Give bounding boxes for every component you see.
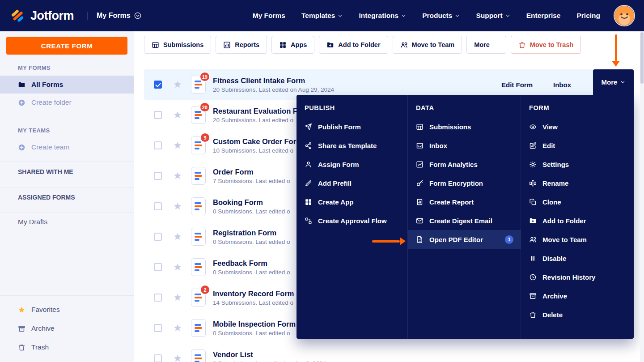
menu-item-assign-form[interactable]: Assign Form (297, 155, 407, 174)
favorite-star-icon[interactable] (173, 80, 182, 89)
menu-item-create-approval-flow[interactable]: Create Approval Flow (297, 211, 407, 230)
row-checkbox[interactable] (154, 172, 162, 180)
toolbar-move-to-trash-button[interactable]: Move to Trash (511, 36, 581, 54)
menu-item-create-report[interactable]: Create Report (408, 192, 521, 211)
user-avatar[interactable] (614, 6, 634, 26)
menu-item-archive[interactable]: Archive (521, 286, 634, 305)
form-title[interactable]: Vendor List (213, 350, 326, 359)
menu-item-share-as-template[interactable]: Share as Template (297, 136, 407, 155)
menu-item-label: Add to Folder (542, 217, 586, 225)
row-more-button[interactable]: More (593, 69, 634, 95)
form-title[interactable]: Mobile Inspection Form (213, 320, 296, 328)
menu-item-settings[interactable]: Settings (521, 155, 634, 174)
menu-item-form-analytics[interactable]: Form Analytics (408, 155, 521, 174)
sidebar-item-all-forms[interactable]: All Forms (0, 76, 134, 94)
sidebar-item-my-drafts[interactable]: My Drafts (0, 213, 134, 231)
sidebar-item-shared-with-me[interactable]: SHARED WITH ME (0, 162, 134, 182)
row-checkbox[interactable] (154, 263, 162, 271)
menu-item-form-encryption[interactable]: Form Encryption (408, 174, 521, 192)
workspace-switcher[interactable]: My Forms (87, 12, 141, 20)
menu-item-revision-history[interactable]: Revision History (521, 268, 634, 286)
sidebar-item-create-folder[interactable]: Create folder (0, 94, 134, 111)
nav-item-my-forms[interactable]: My Forms (253, 12, 285, 20)
nav-item-label: Integrations (359, 12, 398, 20)
menu-item-create-digest-email[interactable]: Create Digest Email (408, 211, 521, 230)
menu-item-disable[interactable]: Disable (521, 249, 634, 268)
favorite-star-icon[interactable] (173, 111, 182, 119)
menu-item-move-to-team[interactable]: Move to Team (521, 230, 634, 249)
edit-form-button[interactable]: Edit Form (501, 81, 533, 89)
menu-items: Submissions Inbox Form Analytics Form En… (408, 117, 521, 249)
row-checkbox[interactable] (154, 233, 162, 241)
menu-item-delete[interactable]: Delete (521, 305, 634, 324)
menu-item-publish-form[interactable]: Publish Form (297, 117, 407, 136)
menu-item-label: Form Analytics (429, 161, 478, 168)
menu-item-edit[interactable]: Edit (521, 136, 634, 155)
toolbar-reports-button[interactable]: Reports (216, 36, 267, 54)
row-checkbox[interactable] (154, 141, 162, 149)
inbox-button[interactable]: Inbox (553, 81, 571, 89)
chevron-down-icon (620, 80, 625, 85)
nav-item-label: Support (476, 12, 502, 20)
favorite-star-icon[interactable] (173, 202, 182, 211)
sidebar-item-assigned-forms[interactable]: ASSIGNED FORMS (0, 187, 134, 207)
form-title[interactable]: Custom Cake Order Form (213, 137, 303, 146)
row-checkbox[interactable] (154, 294, 162, 302)
create-form-button[interactable]: CREATE FORM (6, 37, 127, 55)
favorite-star-icon[interactable] (173, 171, 182, 180)
favorite-star-icon[interactable] (173, 263, 182, 272)
form-list-row[interactable]: Vendor List 0 Submissions. Last edited o… (144, 343, 634, 362)
menu-item-add-prefill[interactable]: Add Prefill (297, 174, 407, 192)
nav-item-pricing[interactable]: Pricing (576, 12, 600, 20)
favorite-star-icon[interactable] (173, 354, 182, 362)
favorite-star-icon[interactable] (173, 293, 182, 302)
row-checkbox[interactable] (154, 202, 162, 210)
menu-item-add-to-folder[interactable]: Add to Folder (521, 211, 634, 230)
row-checkbox[interactable] (154, 354, 162, 362)
form-title[interactable]: Inventory Record Form (213, 290, 294, 298)
toolbar-button-label: Add to Folder (338, 41, 380, 48)
sidebar-item-create-team[interactable]: Create team (0, 138, 134, 156)
menu-item-create-app[interactable]: Create App (297, 192, 407, 211)
menu-item-clone[interactable]: Clone (521, 192, 634, 211)
nav-item-products[interactable]: Products (422, 12, 460, 20)
sidebar-item-archive[interactable]: Archive (0, 319, 134, 338)
form-title[interactable]: Feedback Form (213, 259, 290, 268)
form-title[interactable]: Fitness Client Intake Form (213, 77, 334, 85)
menu-item-inbox[interactable]: Inbox (408, 136, 521, 155)
menu-item-label: Move to Team (542, 236, 587, 243)
logo-wordmark[interactable]: Jotform (30, 9, 74, 23)
nav-item-integrations[interactable]: Integrations (359, 12, 406, 20)
nav-item-templates[interactable]: Templates (301, 12, 343, 20)
menu-item-open-pdf-editor[interactable]: Open PDF Editor 1 (408, 230, 521, 249)
form-subtitle: 0 Submissions. Last edited o (213, 330, 296, 336)
archive-icon (529, 292, 537, 300)
nav-item-support[interactable]: Support (476, 12, 510, 20)
favorite-star-icon[interactable] (173, 232, 182, 241)
toolbar-add-to-folder-button[interactable]: Add to Folder (319, 36, 388, 54)
page-scrollbar[interactable] (640, 31, 644, 362)
row-checkbox[interactable] (154, 111, 162, 119)
nav-item-enterprise[interactable]: Enterprise (526, 12, 561, 20)
scrollbar-thumb[interactable] (640, 32, 644, 84)
favorite-star-icon[interactable] (173, 324, 182, 332)
toolbar-submissions-button[interactable]: Submissions (144, 36, 211, 54)
toolbar-apps-button[interactable]: Apps (271, 36, 314, 54)
trash-icon (529, 311, 537, 319)
row-checkbox[interactable] (154, 81, 162, 89)
menu-item-view[interactable]: View (521, 117, 634, 136)
menu-item-label: Publish Form (318, 123, 361, 131)
favorite-star-icon[interactable] (173, 141, 182, 150)
jotform-logo-icon[interactable] (11, 8, 26, 23)
sidebar-item-trash[interactable]: Trash (0, 338, 134, 357)
form-title[interactable]: Booking Form (213, 198, 290, 207)
toolbar-move-to-team-button[interactable]: Move to Team (393, 36, 462, 54)
row-checkbox[interactable] (154, 324, 162, 332)
sidebar-item-favorites[interactable]: Favorites (0, 300, 134, 319)
form-title[interactable]: Registration Form (213, 229, 290, 237)
menu-item-rename[interactable]: Rename (521, 174, 634, 192)
trash-icon (518, 41, 526, 49)
form-title[interactable]: Order Form (213, 168, 290, 176)
toolbar-more-button[interactable]: More (466, 36, 506, 54)
menu-item-submissions[interactable]: Submissions (408, 117, 521, 136)
